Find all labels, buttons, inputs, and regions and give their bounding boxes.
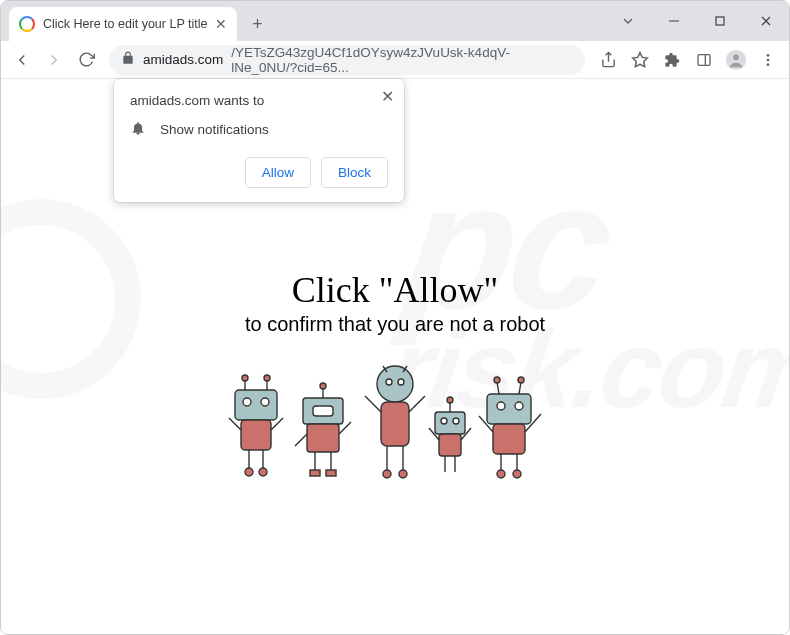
svg-rect-36 <box>310 470 320 476</box>
svg-marker-5 <box>633 52 648 66</box>
svg-point-16 <box>261 398 269 406</box>
maximize-button[interactable] <box>697 1 743 41</box>
page-headline: Click "Allow" <box>1 269 789 311</box>
svg-point-53 <box>453 418 459 424</box>
browser-tab[interactable]: Click Here to edit your LP title ✕ <box>9 7 237 41</box>
svg-rect-6 <box>698 54 710 65</box>
svg-point-15 <box>243 398 251 406</box>
window-controls <box>605 1 789 41</box>
extensions-button[interactable] <box>657 45 687 75</box>
svg-rect-51 <box>439 434 461 456</box>
svg-point-18 <box>242 375 248 381</box>
page-subline: to confirm that you are not a robot <box>1 313 789 336</box>
reload-button[interactable] <box>71 45 101 75</box>
svg-point-65 <box>494 377 500 383</box>
svg-point-40 <box>386 379 392 385</box>
svg-point-52 <box>441 418 447 424</box>
block-button[interactable]: Block <box>321 157 388 188</box>
svg-point-41 <box>398 379 404 385</box>
svg-point-10 <box>767 54 770 57</box>
new-tab-button[interactable]: + <box>243 10 271 38</box>
address-bar[interactable]: amidads.com/YETsZG43zgU4Cf1dOYsyw4zJVuUs… <box>109 45 585 75</box>
svg-point-25 <box>245 468 253 476</box>
svg-point-73 <box>513 470 521 478</box>
svg-rect-61 <box>493 424 525 454</box>
svg-rect-1 <box>716 17 724 25</box>
svg-rect-60 <box>487 394 531 424</box>
menu-button[interactable] <box>753 45 783 75</box>
svg-line-64 <box>497 382 499 394</box>
svg-rect-13 <box>235 390 277 420</box>
svg-rect-37 <box>326 470 336 476</box>
url-path: /YETsZG43zgU4Cf1dOYsyw4zJVuUsk-k4dqV-lNe… <box>231 45 573 75</box>
svg-point-20 <box>264 375 270 381</box>
svg-point-9 <box>733 54 739 60</box>
svg-rect-29 <box>313 406 333 416</box>
browser-toolbar: amidads.com/YETsZG43zgU4Cf1dOYsyw4zJVuUs… <box>1 41 789 79</box>
url-host: amidads.com <box>143 52 223 67</box>
svg-point-67 <box>518 377 524 383</box>
close-icon[interactable]: ✕ <box>381 87 394 106</box>
close-tab-icon[interactable]: ✕ <box>215 16 227 32</box>
svg-line-66 <box>519 382 521 394</box>
permission-origin-text: amidads.com wants to <box>130 93 388 108</box>
svg-point-31 <box>320 383 326 389</box>
close-window-button[interactable] <box>743 1 789 41</box>
permission-request-label: Show notifications <box>160 122 269 137</box>
svg-point-62 <box>497 402 505 410</box>
tab-favicon <box>19 16 35 32</box>
svg-rect-39 <box>381 402 409 446</box>
robots-illustration <box>225 360 565 490</box>
svg-point-48 <box>383 470 391 478</box>
tab-search-button[interactable] <box>605 1 651 41</box>
lock-icon <box>121 51 135 68</box>
back-button[interactable] <box>7 45 37 75</box>
share-button[interactable] <box>593 45 623 75</box>
svg-line-44 <box>365 396 381 412</box>
svg-point-11 <box>767 58 770 61</box>
svg-point-38 <box>377 366 413 402</box>
notification-permission-prompt: ✕ amidads.com wants to Show notification… <box>114 79 404 202</box>
svg-point-55 <box>447 397 453 403</box>
svg-line-45 <box>409 396 425 412</box>
window-titlebar: Click Here to edit your LP title ✕ + <box>1 1 789 41</box>
allow-button[interactable]: Allow <box>245 157 311 188</box>
svg-point-26 <box>259 468 267 476</box>
svg-line-32 <box>295 434 307 446</box>
svg-rect-50 <box>435 412 465 434</box>
bookmark-button[interactable] <box>625 45 655 75</box>
svg-rect-28 <box>307 424 339 452</box>
svg-point-72 <box>497 470 505 478</box>
profile-button[interactable] <box>721 45 751 75</box>
minimize-button[interactable] <box>651 1 697 41</box>
svg-point-12 <box>767 63 770 66</box>
svg-point-63 <box>515 402 523 410</box>
svg-point-49 <box>399 470 407 478</box>
svg-rect-14 <box>241 420 271 450</box>
side-panel-button[interactable] <box>689 45 719 75</box>
bell-icon <box>130 120 146 139</box>
forward-button[interactable] <box>39 45 69 75</box>
hero-text: Click "Allow" to confirm that you are no… <box>1 269 789 336</box>
tab-title: Click Here to edit your LP title <box>43 17 207 31</box>
